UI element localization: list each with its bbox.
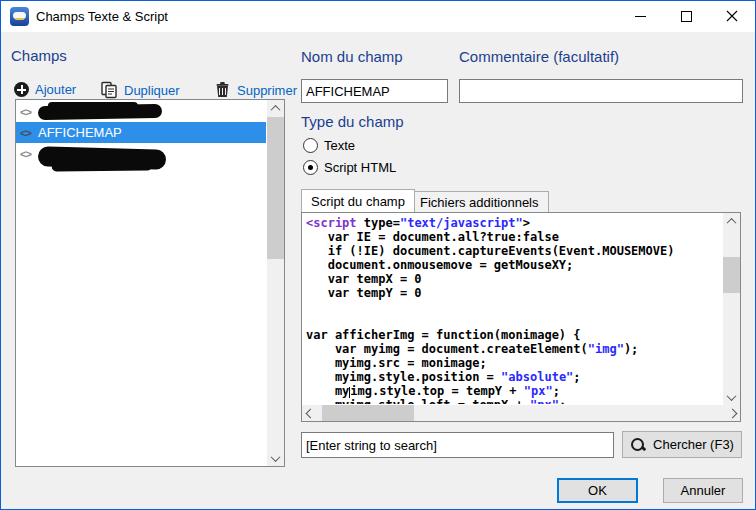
code-line: myimg.style.top = tempY + "px"; (306, 384, 722, 398)
search-button-label: Chercher (F3) (653, 437, 734, 452)
code-line: if (!IE) document.captureEvents(Event.MO… (306, 244, 722, 258)
maximize-icon (681, 11, 692, 22)
delete-field-button[interactable]: Supprimer (214, 81, 297, 99)
editor-hscrollbar[interactable] (302, 405, 740, 421)
chevron-down-icon (727, 391, 737, 401)
radio-script-html-label: Script HTML (324, 160, 396, 175)
code-line: myimg.src = monimage; (306, 356, 722, 370)
radio-selected-icon (303, 160, 318, 175)
list-item[interactable]: <> (16, 143, 266, 164)
radio-texte[interactable]: Texte (303, 138, 355, 153)
add-circle-icon (14, 82, 29, 97)
code-line: var IE = document.all?true:false (306, 230, 722, 244)
code-line: myimg.style.position = "absolute"; (306, 370, 722, 384)
scroll-down-button[interactable] (723, 389, 740, 405)
search-icon (630, 437, 646, 453)
code-line (306, 314, 722, 328)
scrollbar-thumb[interactable] (267, 117, 284, 259)
dialog-window: Champs Texte & Script Champs Ajouter Dup… (0, 0, 756, 510)
code-line: var afficherImg = function(monimage) { (306, 328, 722, 342)
close-icon (726, 10, 738, 22)
duplicate-icon (100, 81, 118, 99)
list-item[interactable]: <> (16, 101, 266, 122)
name-input[interactable] (301, 79, 448, 103)
radio-script-html[interactable]: Script HTML (303, 160, 396, 175)
scrollbar-thumb[interactable] (723, 257, 740, 293)
code-line: myimg.style.left = tempX + "px"; (306, 398, 722, 404)
scroll-left-button[interactable] (302, 405, 318, 421)
script-code[interactable]: <script type="text/javascript"> var IE =… (306, 216, 722, 404)
radio-texte-label: Texte (324, 138, 355, 153)
comment-input[interactable] (459, 79, 743, 103)
fields-section-title: Champs (11, 47, 67, 64)
scroll-up-button[interactable] (267, 100, 284, 116)
chevron-right-icon (727, 408, 737, 418)
cancel-button[interactable]: Annuler (663, 478, 743, 503)
list-item[interactable]: <>AFFICHEMAP (16, 122, 266, 143)
field-list[interactable]: <><>AFFICHEMAP<> (15, 99, 285, 467)
redaction-mark (38, 146, 166, 169)
app-icon (10, 7, 29, 26)
delete-field-label: Supprimer (237, 83, 297, 98)
chevron-down-icon (271, 452, 281, 462)
duplicate-field-label: Dupliquer (124, 83, 180, 98)
code-line: <script type="text/javascript"> (306, 216, 722, 230)
script-editor[interactable]: <script type="text/javascript"> var IE =… (301, 212, 741, 422)
scrollbar-thumb[interactable] (322, 405, 414, 421)
maximize-button[interactable] (663, 1, 709, 31)
minimize-button[interactable] (617, 1, 663, 31)
code-line: var tempY = 0 (306, 286, 722, 300)
scroll-right-button[interactable] (724, 405, 740, 421)
minimize-icon (635, 16, 646, 17)
redaction-mark (38, 103, 162, 119)
chevron-up-icon (271, 104, 281, 114)
close-button[interactable] (709, 1, 755, 31)
code-line: var myimg = document.createElement("img"… (306, 342, 722, 356)
chevron-up-icon (727, 217, 737, 227)
search-button[interactable]: Chercher (F3) (622, 431, 742, 458)
ok-button[interactable]: OK (557, 478, 638, 503)
code-line (306, 300, 722, 314)
list-item-label: AFFICHEMAP (38, 125, 122, 140)
window-title: Champs Texte & Script (36, 9, 168, 24)
field-list-vscrollbar[interactable] (267, 100, 284, 466)
code-tag-icon: <> (20, 106, 38, 118)
code-line: document.onmousemove = getMouseXY; (306, 258, 722, 272)
name-label: Nom du champ (301, 48, 403, 65)
search-input[interactable] (301, 432, 614, 458)
editor-vscrollbar[interactable] (723, 213, 740, 405)
code-tag-icon: <> (20, 148, 38, 160)
type-label: Type du champ (301, 113, 404, 130)
tab-script-du-champ[interactable]: Script du champ (301, 189, 415, 212)
chevron-left-icon (305, 408, 315, 418)
radio-circle-icon (303, 138, 318, 153)
comment-label: Commentaire (facultatif) (459, 48, 619, 65)
add-field-label: Ajouter (35, 82, 76, 97)
code-line: var tempX = 0 (306, 272, 722, 286)
duplicate-field-button[interactable]: Dupliquer (100, 81, 180, 99)
add-field-button[interactable]: Ajouter (14, 82, 76, 97)
scroll-up-button[interactable] (723, 213, 740, 229)
code-tag-icon: <> (20, 127, 38, 139)
trash-icon (214, 81, 231, 99)
scroll-down-button[interactable] (267, 450, 284, 466)
tab-fichiers-additionnels[interactable]: Fichiers additionnels (410, 191, 549, 212)
